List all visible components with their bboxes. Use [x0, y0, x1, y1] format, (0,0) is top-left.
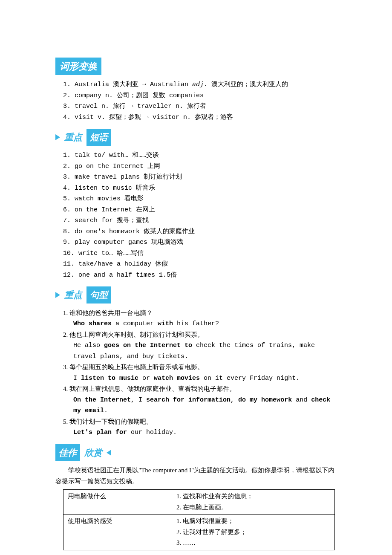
- text-italic: adj.: [192, 81, 208, 88]
- text-strike: n. 旅行: [176, 103, 200, 110]
- essay-intro: 学校英语社团正在开展以"The computer and I"为主题的征文活动。…: [55, 465, 339, 487]
- text: 2. 在电脑上画画。: [176, 502, 330, 513]
- list-item: 2. company n. 公司；剧团 复数 companies: [63, 90, 339, 101]
- sentence-cn: 3. 每个星期五的晚上我在电脑上听音乐或看电影。: [63, 362, 339, 373]
- heading-sentences: 重点 句型: [55, 286, 339, 304]
- list-item: 7. search for 搜寻；查找: [63, 215, 339, 226]
- heading-part: 佳作: [55, 444, 80, 461]
- sentence-en: Let's plan for our holiday.: [73, 427, 339, 438]
- sentence-en: I listen to music or watch movies on it …: [73, 373, 339, 384]
- list-item: 2. go on the Internet 上网: [63, 161, 339, 172]
- list-item: 5. watch movies 看电影: [63, 194, 339, 205]
- list-item: 8. do one's homework 做某人的家庭作业: [63, 226, 339, 237]
- sentence-en: On the Internet, I search for informatio…: [73, 395, 339, 416]
- list-item: 1. talk to/ with… 和……交谈: [63, 150, 339, 161]
- list-item: 3. travel n. 旅行 → traveller n. 旅行者: [63, 101, 339, 112]
- table-row: 使用电脑的感受 1. 电脑对我很重要； 2. 让我对世界了解更多； 3. ……: [63, 515, 335, 550]
- heading-part: 短语: [86, 129, 111, 146]
- heading-phrases: 重点 短语: [55, 129, 339, 146]
- text-bold: Let's plan for: [73, 429, 127, 436]
- list-item: 4. visit v. 探望；参观 → visitor n. 参观者；游客: [63, 112, 339, 123]
- heading-essay: 佳作 欣赏: [55, 444, 339, 461]
- phrases-list: 1. talk to/ with… 和……交谈 2. go on the Int…: [63, 150, 339, 280]
- table-cell: 用电脑做什么: [63, 490, 172, 515]
- text: or: [138, 375, 154, 382]
- text: .: [104, 407, 108, 414]
- triangle-icon: [107, 450, 111, 456]
- table-row: 用电脑做什么 1. 查找和作业有关的信息； 2. 在电脑上画画。: [63, 490, 335, 515]
- list-item: 9. play computer games 玩电脑游戏: [63, 237, 339, 248]
- word-forms-list: 1. Australia 澳大利亚 → Australian adj. 澳大利亚…: [63, 79, 339, 123]
- text-bold: search for information: [146, 396, 231, 404]
- text: I: [73, 375, 81, 382]
- heading-part: 重点: [63, 287, 84, 303]
- text-bold: On the Internet: [73, 396, 131, 404]
- page: 词形变换 1. Australia 澳大利亚 → Australian adj.…: [0, 0, 392, 555]
- text-bold: goes on the Internet to: [104, 342, 192, 349]
- text: 3. travel n. 旅行 → traveller: [63, 103, 176, 110]
- list-item: 12. one and a half times 1.5倍: [63, 270, 339, 281]
- text: 1. 查找和作业有关的信息；: [176, 491, 330, 502]
- text-bold: with: [158, 320, 173, 327]
- list-item: 10. write to… 给……写信: [63, 248, 339, 259]
- text: on it every Friday night.: [200, 375, 300, 382]
- sentences-list: 1. 谁和他的爸爸共用一台电脑？ Who shares a computer w…: [63, 308, 339, 438]
- text-bold: watch movies: [154, 375, 200, 382]
- text: 1.: [63, 81, 75, 88]
- text: 3. ……: [176, 538, 330, 549]
- sentence-cn: 4. 我在网上查找信息、做我的家庭作业、查看我的电子邮件。: [63, 384, 339, 395]
- text: our holiday.: [127, 429, 177, 436]
- text: 澳大利亚的；澳大利亚人的: [208, 81, 288, 88]
- list-item: 4. listen to music 听音乐: [63, 183, 339, 194]
- text: ,: [231, 396, 238, 404]
- text: and: [292, 396, 311, 404]
- text: Australia 澳大利亚 → Australian: [75, 81, 192, 88]
- text: his father?: [173, 320, 219, 327]
- text-bold: Who shares: [73, 320, 112, 327]
- text: 1. 电脑对我很重要；: [176, 516, 330, 527]
- heading-part: 句型: [86, 286, 111, 304]
- text: 者: [200, 103, 206, 110]
- list-item: 11. take/have a holiday 休假: [63, 259, 339, 270]
- essay-table: 用电脑做什么 1. 查找和作业有关的信息； 2. 在电脑上画画。 使用电脑的感受…: [63, 489, 335, 550]
- sentence-en: Who shares a computer with his father?: [73, 318, 339, 330]
- table-cell: 1. 查找和作业有关的信息； 2. 在电脑上画画。: [172, 490, 334, 515]
- text: a computer: [112, 320, 158, 327]
- sentence-cn: 2. 他也上网查询火车时刻、制订旅行计划和买票。: [63, 330, 339, 341]
- text: 2. 让我对世界了解更多；: [176, 527, 330, 538]
- triangle-icon: [55, 292, 60, 298]
- table-cell: 使用电脑的感受: [63, 515, 172, 550]
- list-item: 6. on the Internet 在网上: [63, 205, 339, 216]
- text-bold: do my homework: [238, 396, 292, 404]
- heading-part: 欣赏: [83, 445, 104, 460]
- text-bold: listen to music: [81, 375, 138, 382]
- text: He also: [73, 342, 104, 349]
- sentence-en: He also goes on the Internet to check th…: [73, 340, 339, 362]
- table-cell: 1. 电脑对我很重要； 2. 让我对世界了解更多； 3. ……: [172, 515, 334, 550]
- text: , I: [131, 396, 146, 404]
- sentence-cn: 1. 谁和他的爸爸共用一台电脑？: [63, 308, 339, 319]
- triangle-icon: [55, 134, 60, 140]
- heading-word-forms: 词形变换: [55, 58, 101, 75]
- list-item: 1. Australia 澳大利亚 → Australian adj. 澳大利亚…: [63, 79, 339, 90]
- list-item: 3. make travel plans 制订旅行计划: [63, 172, 339, 183]
- sentence-cn: 5. 我们计划一下我们的假期吧。: [63, 416, 339, 428]
- heading-part: 重点: [63, 130, 84, 145]
